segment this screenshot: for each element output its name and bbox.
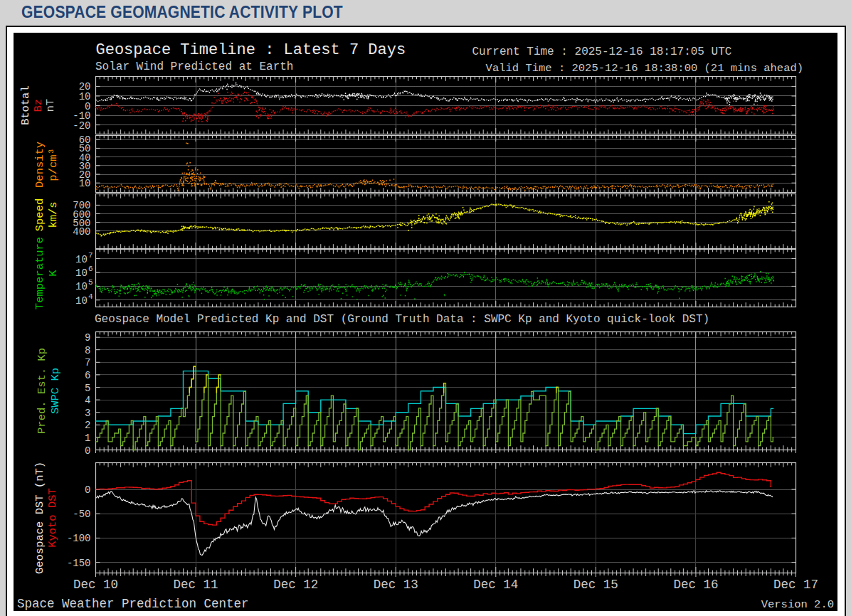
svg-text:Version 2.0: Version 2.0 xyxy=(761,598,834,611)
svg-text:Dec 13: Dec 13 xyxy=(374,578,418,592)
svg-text:400: 400 xyxy=(73,226,90,238)
svg-text:Speed: Speed xyxy=(33,198,46,232)
svg-text:Geospace Model Predicted Kp an: Geospace Model Predicted Kp and DST (Gro… xyxy=(95,313,709,326)
svg-text:Btotal: Btotal xyxy=(19,85,32,125)
svg-text:7: 7 xyxy=(85,357,90,368)
svg-text:0: 0 xyxy=(85,445,90,457)
svg-text:Solar Wind Predicted at Earth: Solar Wind Predicted at Earth xyxy=(95,60,293,73)
svg-text:Dec 17: Dec 17 xyxy=(773,578,818,592)
svg-text:6: 6 xyxy=(85,370,90,381)
svg-text:-150: -150 xyxy=(67,558,91,569)
svg-text:Temperature: Temperature xyxy=(33,237,46,309)
svg-text:10: 10 xyxy=(79,178,91,189)
svg-text:-100: -100 xyxy=(67,533,91,544)
svg-text:Current Time : 2025-12-16 18:1: Current Time : 2025-12-16 18:17:05 UTC xyxy=(472,46,732,58)
svg-text:km/s: km/s xyxy=(47,201,60,228)
svg-text:Kyoto DST: Kyoto DST xyxy=(46,488,59,548)
svg-text:1: 1 xyxy=(85,432,90,444)
svg-text:-20: -20 xyxy=(73,120,90,132)
svg-text:Density: Density xyxy=(33,142,46,188)
svg-text:p/cm³: p/cm³ xyxy=(47,148,60,181)
svg-text:Valid Time : 2025-12-16 18:38:: Valid Time : 2025-12-16 18:38:00 (21 min… xyxy=(486,62,803,75)
svg-text:Dec 12: Dec 12 xyxy=(273,578,318,592)
svg-text:Dec 15: Dec 15 xyxy=(574,578,618,592)
svg-text:4: 4 xyxy=(85,395,90,406)
svg-text:Dec 14: Dec 14 xyxy=(473,578,518,592)
svg-text:Dec 16: Dec 16 xyxy=(673,578,718,592)
svg-text:-50: -50 xyxy=(73,509,90,520)
svg-text:5: 5 xyxy=(85,383,90,394)
svg-text:Space Weather Prediction Cente: Space Weather Prediction Center xyxy=(17,597,249,611)
svg-text:3: 3 xyxy=(85,408,90,419)
svg-text:0: 0 xyxy=(85,484,90,496)
svg-text:Dec 11: Dec 11 xyxy=(174,578,218,592)
svg-text:Pred. Est. Kp: Pred. Est. Kp xyxy=(36,348,48,434)
svg-text:Bz: Bz xyxy=(32,99,45,112)
svg-text:Dec 10: Dec 10 xyxy=(73,578,118,592)
svg-text:8: 8 xyxy=(85,345,90,356)
svg-text:K: K xyxy=(47,270,60,277)
svg-text:Geospace DST (nT): Geospace DST (nT) xyxy=(33,462,46,574)
svg-text:2: 2 xyxy=(85,420,90,431)
svg-text:Geospace Timeline : Latest 7 D: Geospace Timeline : Latest 7 Days xyxy=(96,41,406,59)
svg-text:nT: nT xyxy=(45,99,58,112)
svg-text:9: 9 xyxy=(85,332,90,344)
svg-text:SWPC Kp: SWPC Kp xyxy=(49,368,62,414)
